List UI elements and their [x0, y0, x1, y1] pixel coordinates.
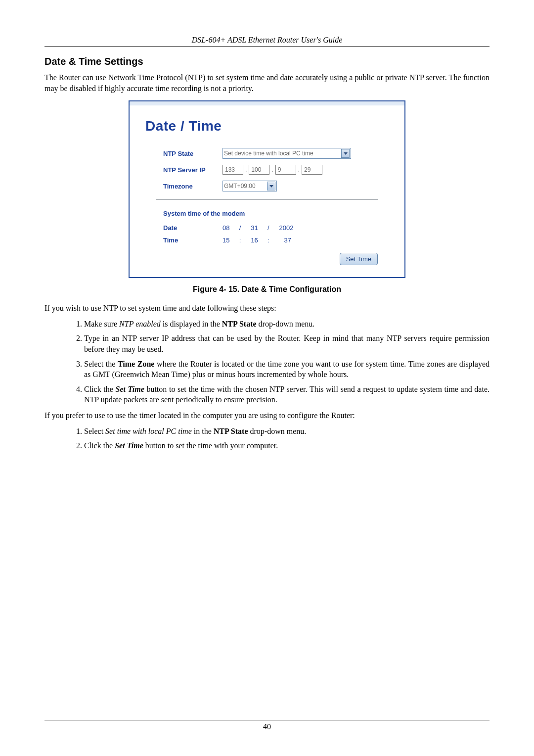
ip-dot: . [271, 166, 273, 173]
date-label: Date [163, 224, 222, 232]
page-number: 40 [263, 722, 271, 731]
ip-dot: . [245, 166, 247, 173]
list-item: Select the Time Zone where the Router is… [84, 359, 490, 380]
ntp-state-value: Set device time with local PC time [224, 150, 339, 157]
ip-octet-1[interactable]: 133 [222, 165, 243, 175]
panel-title: Date / Time [145, 118, 392, 134]
ip-octet-4[interactable]: 29 [302, 165, 322, 175]
set-time-button[interactable]: Set Time [340, 253, 378, 265]
list-item: Click the Set Time button to set the tim… [84, 440, 490, 451]
steps-b-intro: If you prefer to use to use the timer lo… [44, 410, 490, 421]
list-item: Make sure NTP enabled is displayed in th… [84, 319, 490, 330]
timezone-row: Timezone GMT+09:00 [163, 181, 392, 191]
page-footer: 40 [44, 720, 490, 731]
timezone-label: Timezone [163, 183, 222, 190]
section-title: Date & Time Settings [44, 56, 490, 67]
date-time-panel: Date / Time NTP State Set device time wi… [129, 100, 405, 278]
panel-topstripe [130, 101, 404, 105]
steps-list-b: Select Set time with local PC time in th… [72, 426, 490, 451]
date-value: 08 / 31 / 2002 [222, 224, 294, 232]
figure-caption: Figure 4- 15. Date & Time Configuration [44, 285, 490, 294]
page-header: DSL-604+ ADSL Ethernet Router User's Gui… [44, 36, 490, 47]
chevron-down-icon [341, 149, 350, 158]
ip-dot: . [298, 166, 300, 173]
ntp-state-row: NTP State Set device time with local PC … [163, 148, 392, 159]
timezone-value: GMT+09:00 [224, 183, 265, 189]
date-row: Date 08 / 31 / 2002 [163, 224, 392, 232]
list-item: Type in an NTP server IP address that ca… [84, 333, 490, 354]
ip-octet-2[interactable]: 100 [249, 165, 269, 175]
system-time-heading: System time of the modem [163, 210, 392, 217]
ntp-state-label: NTP State [163, 150, 222, 157]
ip-octet-3[interactable]: 9 [275, 165, 296, 175]
steps-intro: If you wish to use NTP to set system tim… [44, 303, 490, 314]
time-label: Time [163, 236, 222, 244]
chevron-down-icon [267, 182, 275, 190]
steps-list-a: Make sure NTP enabled is displayed in th… [72, 319, 490, 405]
time-row: Time 15 : 16 : 37 [163, 236, 392, 244]
ntp-server-ip-row: NTP Server IP 133 . 100 . 9 . 29 [163, 165, 392, 175]
list-item: Click the Set Time button to set the tim… [84, 384, 490, 405]
intro-paragraph: The Router can use Network Time Protocol… [44, 72, 490, 94]
timezone-select[interactable]: GMT+09:00 [222, 181, 277, 191]
separator [156, 199, 378, 200]
time-value: 15 : 16 : 37 [222, 236, 294, 244]
ntp-state-select[interactable]: Set device time with local PC time [222, 148, 351, 159]
ntp-server-ip-label: NTP Server IP [163, 166, 222, 174]
list-item: Select Set time with local PC time in th… [84, 426, 490, 437]
